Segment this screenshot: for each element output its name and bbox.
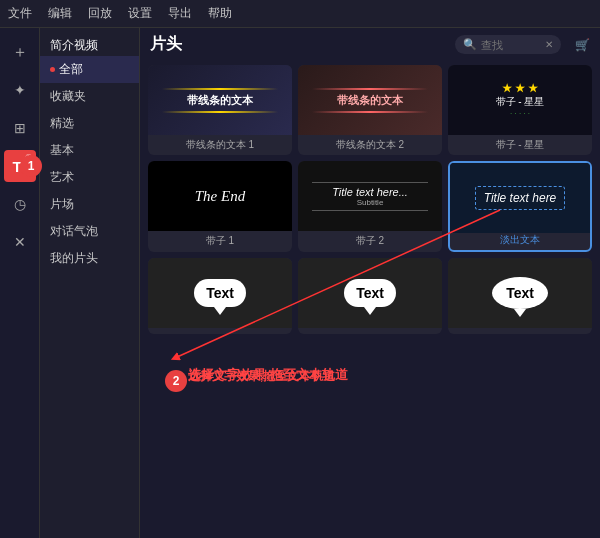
add-media-icon: ＋ (12, 42, 28, 63)
search-icon: 🔍 (463, 38, 477, 51)
menu-item-settings[interactable]: 设置 (128, 5, 152, 22)
annotation-1: 1 (20, 155, 42, 177)
category-item-studio[interactable]: 片场 (40, 191, 139, 218)
tools-icon: ✕ (14, 234, 26, 250)
template-item-1[interactable]: 带线条的文本 带线条的文本 1 (148, 65, 292, 155)
effects-button[interactable]: ✦ (4, 74, 36, 106)
clock-button[interactable]: ◷ (4, 188, 36, 220)
effects-icon: ✦ (14, 82, 26, 98)
active-dot (50, 67, 55, 72)
template-grid: 带线条的文本 带线条的文本 1 带线条的文本 (148, 65, 592, 334)
search-input[interactable] (481, 39, 541, 51)
template-label-8 (298, 328, 442, 334)
category-item-bubble[interactable]: 对话气泡 (40, 218, 139, 245)
category-panel: 简介视频 全部 收藏夹 精选 基本 艺术 片场 对话气泡 我的片头 (40, 28, 140, 538)
category-item-featured[interactable]: 精选 (40, 110, 139, 137)
clock-icon: ◷ (14, 196, 26, 212)
template-label-3: 带子 - 星星 (448, 135, 592, 155)
template-item-5[interactable]: Title text here... Subtitle 带子 2 (298, 161, 442, 252)
category-item-my-titles[interactable]: 我的片头 (40, 245, 139, 272)
icon-sidebar: ＋ ✦ ⊞ Tt ① ◷ ✕ (0, 28, 40, 538)
menu-item-file[interactable]: 文件 (8, 5, 32, 22)
search-box[interactable]: 🔍 ✕ (455, 35, 561, 54)
template-item-3[interactable]: ★ ★ ★ 带子 - 星星 · · · · · 带子 - 星星 (448, 65, 592, 155)
template-item-6[interactable]: Title text here 淡出文本 (448, 161, 592, 252)
menu-item-playback[interactable]: 回放 (88, 5, 112, 22)
template-label-2: 带线条的文本 2 (298, 135, 442, 155)
template-label-5: 带子 2 (298, 231, 442, 251)
add-media-button[interactable]: ＋ (4, 36, 36, 68)
annotation-2: 2 (165, 370, 187, 392)
main-layout: ＋ ✦ ⊞ Tt ① ◷ ✕ 简介视频 全部 收藏夹 精选 (0, 28, 600, 538)
content-header: 片头 🔍 ✕ 🛒 (140, 28, 600, 61)
clear-search-icon[interactable]: ✕ (545, 39, 553, 50)
template-label-9 (448, 328, 592, 334)
template-sublabel-6: 淡出文本 (450, 233, 590, 250)
category-item-favorites[interactable]: 收藏夹 (40, 83, 139, 110)
category-item-all[interactable]: 全部 (40, 56, 139, 83)
split-icon: ⊞ (14, 120, 26, 136)
menu-item-help[interactable]: 帮助 (208, 5, 232, 22)
template-item-7[interactable]: Text (148, 258, 292, 334)
template-item-9[interactable]: Text (448, 258, 592, 334)
template-label-1: 带线条的文本 1 (148, 135, 292, 155)
template-label-7 (148, 328, 292, 334)
content-area: 片头 🔍 ✕ 🛒 带线条的文本 (140, 28, 600, 538)
category-header: 简介视频 (40, 32, 139, 56)
template-label-4: 带子 1 (148, 231, 292, 251)
template-item-2[interactable]: 带线条的文本 带线条的文本 2 (298, 65, 442, 155)
category-item-basic[interactable]: 基本 (40, 137, 139, 164)
template-item-8[interactable]: Text (298, 258, 442, 334)
split-button[interactable]: ⊞ (4, 112, 36, 144)
menu-item-edit[interactable]: 编辑 (48, 5, 72, 22)
menu-bar: 文件 编辑 回放 设置 导出 帮助 (0, 0, 600, 28)
menu-item-export[interactable]: 导出 (168, 5, 192, 22)
template-item-4[interactable]: The End 带子 1 (148, 161, 292, 252)
cart-icon[interactable]: 🛒 (575, 38, 590, 52)
annotation-2-label: 选择文字效果,拖至文本轨道 (188, 368, 335, 385)
grid-area: 带线条的文本 带线条的文本 1 带线条的文本 (140, 61, 600, 538)
tools-button[interactable]: ✕ (4, 226, 36, 258)
category-item-art[interactable]: 艺术 (40, 164, 139, 191)
content-title: 片头 (150, 34, 182, 55)
